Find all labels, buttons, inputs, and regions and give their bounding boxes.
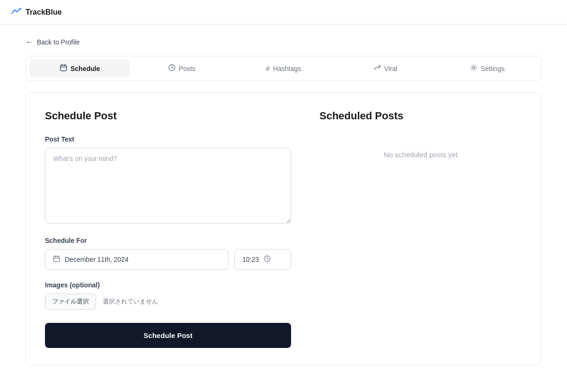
tab-hashtags-label: Hashtags xyxy=(273,65,301,72)
post-text-input[interactable] xyxy=(45,148,291,223)
date-input[interactable]: December 11th, 2024 xyxy=(45,249,229,270)
images-label: Images (optional) xyxy=(45,281,291,289)
tab-settings[interactable]: Settings xyxy=(437,59,537,78)
settings-tab-icon xyxy=(470,64,478,73)
tab-posts-label: Posts xyxy=(179,65,195,72)
logo-icon xyxy=(11,7,22,18)
svg-point-5 xyxy=(472,67,475,69)
schedule-post-button[interactable]: Schedule Post xyxy=(45,323,291,348)
tab-posts[interactable]: Posts xyxy=(132,59,231,78)
time-value: 10:23 xyxy=(242,256,259,263)
no-posts-label: No scheduled posts yet xyxy=(319,151,522,159)
schedule-tab-icon xyxy=(60,64,67,73)
file-no-selected-label: 選択されていません xyxy=(103,297,158,306)
tab-hashtags[interactable]: # Hashtags xyxy=(233,60,333,77)
back-link-container: ← Back to Profile xyxy=(0,25,567,56)
back-link-label: Back to Profile xyxy=(37,38,80,46)
schedule-post-title: Schedule Post xyxy=(45,110,291,122)
tab-bar-container: Schedule Posts # Hashtags Viral xyxy=(0,56,567,81)
scheduled-posts-title: Scheduled Posts xyxy=(319,110,522,122)
main-card: Schedule Post Post Text Schedule For Dec… xyxy=(26,92,541,365)
posts-tab-icon xyxy=(168,64,176,73)
calendar-icon xyxy=(53,255,60,264)
logo-text: TrackBlue xyxy=(26,8,62,17)
back-arrow-icon: ← xyxy=(26,38,33,46)
svg-rect-0 xyxy=(60,65,66,71)
date-time-row: December 11th, 2024 10:23 xyxy=(45,249,291,270)
hashtags-tab-icon: # xyxy=(266,64,270,72)
file-input-row: ファイル選択 選択されていません xyxy=(45,294,291,310)
time-input[interactable]: 10:23 xyxy=(234,249,291,270)
tab-settings-label: Settings xyxy=(481,65,505,72)
viral-tab-icon xyxy=(373,64,381,73)
tab-schedule-label: Schedule xyxy=(71,65,100,72)
svg-rect-6 xyxy=(53,256,59,261)
tab-schedule[interactable]: Schedule xyxy=(30,59,130,78)
tab-viral[interactable]: Viral xyxy=(336,59,435,78)
tab-bar: Schedule Posts # Hashtags Viral xyxy=(26,56,541,81)
file-choose-button[interactable]: ファイル選択 xyxy=(45,294,96,310)
date-value: December 11th, 2024 xyxy=(65,256,129,263)
clock-icon xyxy=(264,255,271,264)
app-header: TrackBlue xyxy=(0,0,567,25)
back-to-profile-link[interactable]: ← Back to Profile xyxy=(26,38,541,46)
post-text-label: Post Text xyxy=(45,135,291,143)
schedule-for-label: Schedule For xyxy=(45,237,291,244)
schedule-post-section: Schedule Post Post Text Schedule For Dec… xyxy=(45,110,291,348)
tab-viral-label: Viral xyxy=(384,65,398,72)
scheduled-posts-section: Scheduled Posts No scheduled posts yet xyxy=(319,110,522,348)
